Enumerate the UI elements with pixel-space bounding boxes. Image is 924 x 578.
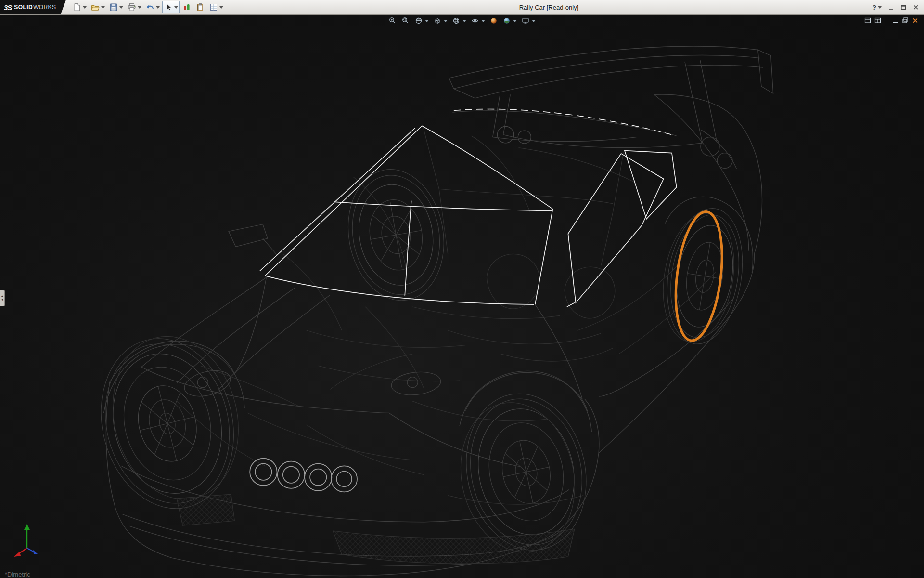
- open-folder-icon: [90, 2, 100, 12]
- sheet-properties-button[interactable]: [207, 1, 225, 13]
- dropdown-caret-icon[interactable]: [513, 20, 517, 22]
- reference-triad: [13, 521, 41, 562]
- clipboard-button[interactable]: [194, 1, 206, 13]
- lamp-circles[interactable]: [250, 459, 357, 492]
- window-controls: ?: [873, 4, 924, 11]
- collapse-arrows-icon: ◄: [1, 298, 4, 302]
- pane-toggle-left-icon: [864, 16, 872, 24]
- minimize-document-icon: [891, 16, 899, 24]
- logo-notch: [61, 0, 66, 14]
- hide-show-items-icon: [471, 16, 479, 25]
- logo-text-works: WORKS: [33, 4, 56, 11]
- edit-appearance-button[interactable]: [489, 16, 499, 26]
- view-settings-icon: [521, 16, 530, 25]
- document-window-controls: [864, 16, 919, 26]
- open-button[interactable]: [89, 1, 106, 13]
- zoom-to-area-button[interactable]: [401, 16, 411, 26]
- view-orientation-icon: [433, 16, 442, 25]
- view-settings-button[interactable]: [521, 16, 536, 26]
- help-button[interactable]: ?: [873, 4, 882, 11]
- dropdown-caret-icon[interactable]: [532, 20, 536, 22]
- dropdown-caret-icon[interactable]: [219, 6, 223, 9]
- view-orientation-button[interactable]: [433, 16, 448, 26]
- pane-toggle-right-button[interactable]: [874, 16, 882, 26]
- select-button[interactable]: [162, 1, 180, 13]
- display-style-icon: [452, 16, 461, 25]
- dropdown-caret-icon[interactable]: [119, 6, 123, 9]
- left-pane-splitter[interactable]: ◄ ◄: [0, 290, 5, 306]
- solidworks-logo: 3S SOLIDWORKS: [0, 0, 61, 14]
- clipboard-icon: [195, 2, 205, 12]
- print-icon: [127, 2, 137, 12]
- 3ds-logo-icon: 3S: [4, 3, 12, 12]
- undo-button[interactable]: [144, 1, 161, 13]
- hide-show-items-button[interactable]: [470, 16, 486, 26]
- close-icon: [912, 4, 919, 11]
- print-button[interactable]: [126, 1, 143, 13]
- close-document-icon: [911, 16, 919, 24]
- display-style-button[interactable]: [451, 16, 467, 26]
- maximize-button[interactable]: [900, 4, 907, 11]
- logo-text-solid: SOLID: [14, 4, 33, 11]
- graphics-viewport[interactable]: *Dimetric ◄ ◄: [0, 14, 924, 578]
- section-view-icon: [414, 16, 423, 25]
- undo-icon: [145, 2, 155, 12]
- zoom-to-fit-button[interactable]: [388, 16, 398, 26]
- dropdown-caret-icon[interactable]: [156, 6, 160, 9]
- close-document-button[interactable]: [911, 16, 919, 26]
- wheel-wireframes[interactable]: [84, 162, 752, 563]
- restore-document-button[interactable]: [901, 16, 909, 26]
- maximize-icon: [900, 4, 907, 11]
- pane-toggle-right-icon: [874, 16, 882, 24]
- help-icon: ?: [873, 4, 876, 11]
- pane-toggle-left-button[interactable]: [864, 16, 872, 26]
- close-button[interactable]: [912, 4, 919, 11]
- zoom-to-fit-icon: [388, 16, 397, 25]
- dropdown-caret-icon[interactable]: [101, 6, 105, 9]
- dropdown-caret-icon[interactable]: [138, 6, 141, 9]
- dropdown-caret-icon[interactable]: [444, 20, 448, 22]
- model-wireframe[interactable]: [0, 14, 924, 578]
- dropdown-caret-icon[interactable]: [174, 6, 178, 9]
- new-document-icon: [72, 2, 82, 12]
- dropdown-caret-icon[interactable]: [462, 20, 466, 22]
- collapse-arrows-icon: ◄: [1, 295, 4, 298]
- headsup-view-toolbar: [388, 16, 536, 26]
- minimize-document-button[interactable]: [891, 16, 899, 26]
- minimize-icon: [887, 4, 894, 11]
- save-icon: [109, 2, 118, 12]
- save-button[interactable]: [107, 1, 125, 13]
- minimize-button[interactable]: [887, 4, 894, 11]
- selected-edge-highlight[interactable]: [669, 209, 729, 343]
- zoom-to-area-icon: [401, 16, 410, 25]
- titlebar: 3S SOLIDWORKS: [0, 0, 924, 15]
- dropdown-caret-icon[interactable]: [878, 6, 882, 9]
- highlighted-edges[interactable]: [260, 109, 677, 307]
- section-view-button[interactable]: [414, 16, 429, 26]
- main-toolbar: [71, 1, 225, 13]
- triad-axes-icon: [13, 521, 41, 560]
- new-document-button[interactable]: [71, 1, 88, 13]
- dropdown-caret-icon[interactable]: [481, 20, 485, 22]
- view-orientation-label: *Dimetric: [5, 571, 30, 578]
- sheet-properties-icon: [209, 2, 218, 12]
- restore-document-icon: [901, 16, 909, 24]
- grille-mesh[interactable]: [177, 494, 575, 564]
- apply-scene-button[interactable]: [502, 16, 517, 26]
- apply-scene-icon: [502, 16, 511, 25]
- edit-appearance-icon: [489, 16, 498, 25]
- dropdown-caret-icon[interactable]: [425, 20, 429, 22]
- solidworks-window: { "titlebar": { "logo": { "prefix": "3S"…: [0, 0, 924, 578]
- window-title: Rally Car [Read-only]: [519, 4, 579, 11]
- dropdown-caret-icon[interactable]: [83, 6, 87, 9]
- xpress-products-icon: [182, 2, 192, 12]
- xpress-products-button[interactable]: [180, 1, 193, 13]
- select-cursor-icon: [164, 2, 173, 12]
